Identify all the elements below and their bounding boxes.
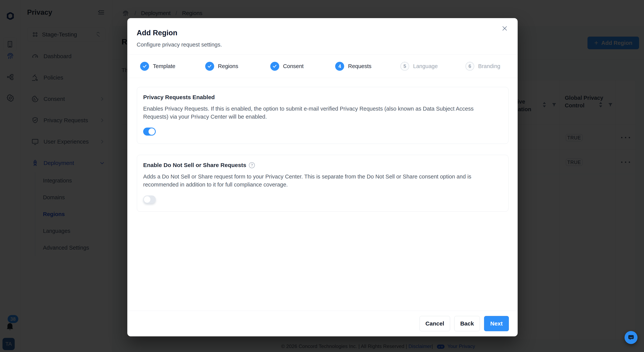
setting-description: Enables Privacy Requests. If this is ena…: [143, 105, 489, 121]
cancel-button[interactable]: Cancel: [420, 316, 450, 331]
step-regions[interactable]: Regions: [192, 54, 258, 78]
step-language[interactable]: 5 Language: [388, 54, 452, 78]
setting-title-text: Enable Do Not Sell or Share Requests: [143, 162, 246, 168]
setting-title: Privacy Requests Enabled: [143, 94, 502, 100]
close-icon: [502, 25, 508, 32]
step-requests[interactable]: 4 Requests: [322, 54, 388, 78]
step-label: Regions: [218, 63, 238, 69]
toggle-knob: [144, 196, 150, 203]
step-consent[interactable]: Consent: [258, 54, 322, 78]
step-template[interactable]: Template: [127, 54, 192, 78]
add-region-modal: Add Region Configure privacy request set…: [127, 18, 518, 336]
setting-description: Adds a Do Not Sell or Share request form…: [143, 173, 489, 189]
step-check-icon: [205, 62, 214, 71]
step-number: 5: [400, 62, 409, 71]
step-check-icon: [140, 62, 149, 71]
step-label: Template: [153, 63, 176, 69]
wizard-stepper: Template Regions Consent 4 Requests 5: [127, 54, 518, 78]
privacy-requests-enabled-card: Privacy Requests Enabled Enables Privacy…: [137, 87, 508, 144]
app-screen: 38 TA Privacy Stage-Testing: [0, 0, 644, 352]
step-branding[interactable]: 6 Branding: [452, 54, 518, 78]
modal-body: Privacy Requests Enabled Enables Privacy…: [127, 78, 518, 212]
toggle-knob: [148, 128, 155, 135]
step-label: Consent: [283, 63, 304, 69]
step-check-icon: [270, 62, 279, 71]
modal-title: Add Region: [137, 29, 508, 37]
step-number: 6: [465, 62, 474, 71]
close-button[interactable]: [498, 22, 511, 34]
step-label: Branding: [478, 63, 500, 69]
step-number: 4: [335, 62, 344, 71]
step-label: Language: [413, 63, 438, 69]
back-button[interactable]: Back: [454, 316, 480, 331]
chat-launcher-button[interactable]: [624, 331, 638, 344]
modal-subtitle: Configure privacy request settings.: [137, 41, 508, 48]
do-not-sell-card: Enable Do Not Sell or Share Requests ? A…: [137, 155, 508, 212]
privacy-requests-toggle[interactable]: [143, 128, 156, 136]
do-not-sell-toggle[interactable]: [143, 195, 156, 203]
help-icon[interactable]: ?: [249, 162, 255, 168]
modal-header: Add Region Configure privacy request set…: [127, 18, 518, 54]
step-label: Requests: [348, 63, 372, 69]
modal-footer: Cancel Back Next: [127, 311, 518, 336]
next-button[interactable]: Next: [484, 316, 509, 331]
setting-title: Enable Do Not Sell or Share Requests ?: [143, 162, 502, 168]
chat-bubble-icon: [628, 334, 635, 341]
